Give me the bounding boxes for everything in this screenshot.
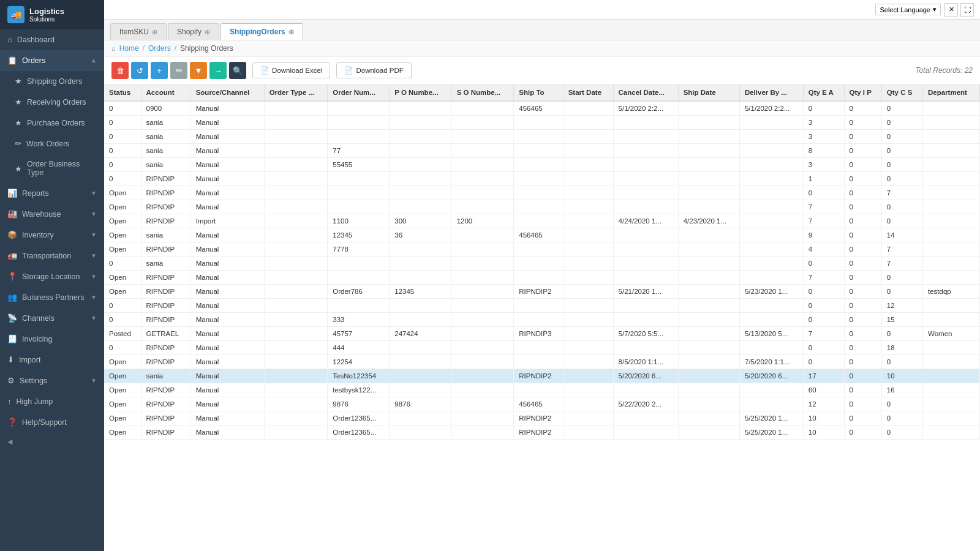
table-row[interactable]: 0saniaManual007 [104,257,980,271]
table-cell: 0 [104,116,141,130]
table-row[interactable]: OpenRIPNDIPImport110030012004/24/2020 1.… [104,214,980,228]
sidebar-item-reports[interactable]: 📊 Reports ▼ [0,183,104,204]
sidebar-item-help-support[interactable]: ❓ Help/Support [0,412,104,433]
col-ship-to[interactable]: Ship To [514,84,563,101]
table-row[interactable]: 0RIPNDIPManual0012 [104,299,980,313]
table-row[interactable]: OpenRIPNDIPManual987698764564655/22/2020… [104,397,980,411]
col-status[interactable]: Status [104,84,141,101]
table-row[interactable]: PostedGETRAELManual45757247424RIPNDIP35/… [104,327,980,341]
filter-button[interactable]: ▼ [190,62,207,79]
table-row[interactable]: OpenRIPNDIPManual7778407 [104,242,980,257]
table-row[interactable]: 0RIPNDIPManual100 [104,172,980,186]
business-partners-icon: 👥 [7,293,17,302]
tab-bar: ItemSKU ⊕ Shopify ⊕ ShippingOrders ⊕ [104,20,980,40]
storage-location-icon: 📍 [7,272,17,281]
sidebar-item-shipping-orders[interactable]: ★ Shipping Orders [0,71,104,92]
tab-shippingorders-close[interactable]: ⊕ [288,28,294,36]
content-area: ⌂ Home / Orders / Shipping Orders 🗑 ↺ + … [104,40,980,551]
table-cell [739,341,803,355]
sidebar-item-dashboard[interactable]: ⌂ Dashboard [0,29,104,50]
col-ship-date[interactable]: Ship Date [678,84,739,101]
table-row[interactable]: 0saniaManual300 [104,116,980,130]
tab-shippingorders-label: ShippingOrders [230,28,285,36]
table-row[interactable]: 0saniaManual300 [104,130,980,144]
delete-button[interactable]: 🗑 [111,62,129,79]
table-row[interactable]: OpenRIPNDIPManual122548/5/2020 1:1...7/5… [104,355,980,369]
sidebar-item-work-orders[interactable]: ✏ Work Orders [0,133,104,154]
topbar-restore-btn[interactable]: ⛶ [960,3,974,17]
sidebar-item-channels[interactable]: 📡 Channels ▼ [0,308,104,329]
add-button[interactable]: + [151,62,168,79]
col-deliver-by[interactable]: Deliver By ... [739,84,803,101]
table-cell [923,369,980,383]
col-order-num[interactable]: Order Num... [328,84,390,101]
table-cell [451,158,514,172]
table-cell [678,341,739,355]
table-row[interactable]: 00900Manual4564655/1/2020 2:2...5/1/2020… [104,101,980,116]
language-selector[interactable]: Select Language ▾ [875,4,941,15]
col-account[interactable]: Account [141,84,190,101]
tab-itemsku[interactable]: ItemSKU ⊕ [110,23,167,40]
sidebar-item-purchase-orders[interactable]: ★ Purchase Orders [0,113,104,133]
sidebar-item-settings[interactable]: ⚙ Settings ▼ [0,370,104,391]
col-qty-cs[interactable]: Qty C S [881,84,922,101]
sidebar-item-orders[interactable]: 📋 Orders ▲ [0,50,104,71]
col-qty-ip[interactable]: Qty I P [844,84,881,101]
sidebar-item-order-business-type[interactable]: ★ Order Business Type [0,154,104,183]
download-excel-button[interactable]: 📄 Download Excel [252,62,330,78]
col-source[interactable]: Source/Channel [190,84,264,101]
table-cell: RIPNDIP2 [514,369,563,383]
table-cell [678,101,739,116]
edit-button[interactable]: ✏ [170,62,187,79]
table-cell: RIPNDIP [141,200,190,214]
table-row[interactable]: OpenRIPNDIPManualOrder78612345RIPNDIP25/… [104,285,980,299]
table-row[interactable]: OpenRIPNDIPManual700 [104,200,980,214]
topbar-close-btn[interactable]: ✕ [944,3,958,17]
breadcrumb-home[interactable]: Home [119,44,139,53]
col-dept[interactable]: Department [923,84,980,101]
tab-shopify-label: Shopify [177,28,202,36]
table-row[interactable]: OpensaniaManualTesNo122354RIPNDIP25/20/2… [104,369,980,383]
sidebar-collapse-btn[interactable]: ◀ [0,433,104,451]
col-po-num[interactable]: P O Numbe... [390,84,451,101]
table-row[interactable]: OpenRIPNDIPManualtestbysk122...60016 [104,383,980,397]
col-start-date[interactable]: Start Date [563,84,613,101]
table-row[interactable]: 0RIPNDIPManual4440018 [104,341,980,355]
sidebar-item-transportation[interactable]: 🚛 Transportation ▼ [0,246,104,266]
table-row[interactable]: OpenRIPNDIPManualOrder12365...RIPNDIP25/… [104,425,980,440]
breadcrumb-orders[interactable]: Orders [148,44,171,53]
table-cell: 16 [881,383,922,397]
sidebar-item-inventory[interactable]: 📦 Inventory ▼ [0,225,104,246]
sidebar-item-invoicing[interactable]: 🧾 Invoicing [0,329,104,350]
table-row[interactable]: 0saniaManual55455300 [104,158,980,172]
table-row[interactable]: 0saniaManual77800 [104,144,980,158]
table-cell [678,144,739,158]
table-row[interactable]: OpenRIPNDIPManual007 [104,186,980,200]
sidebar-item-warehouse[interactable]: 🏭 Warehouse ▼ [0,204,104,225]
sidebar-item-import[interactable]: ⬇ Import [0,350,104,370]
table-body: 00900Manual4564655/1/2020 2:2...5/1/2020… [104,101,980,440]
table-row[interactable]: OpensaniaManual12345364564659014 [104,228,980,242]
refresh-button[interactable]: ↺ [131,62,148,79]
col-so-num[interactable]: S O Numbe... [451,84,514,101]
data-table-container[interactable]: Status Account Source/Channel Order Type… [104,84,980,551]
sidebar-item-storage-location[interactable]: 📍 Storage Location ▼ [0,266,104,287]
table-row[interactable]: 0RIPNDIPManual3330015 [104,313,980,327]
table-cell: 36 [390,228,451,242]
table-row[interactable]: OpenRIPNDIPManual700 [104,271,980,285]
col-order-type[interactable]: Order Type ... [264,84,328,101]
tab-shippingorders[interactable]: ShippingOrders ⊕ [221,23,303,40]
download-pdf-button[interactable]: 📄 Download PDF [336,62,411,78]
sidebar-item-business-partners[interactable]: 👥 Buisness Partners ▼ [0,287,104,308]
sidebar-item-high-jump[interactable]: ↑ High Jump [0,391,104,412]
app-subtitle: Solutions [29,16,64,23]
col-qty-ea[interactable]: Qty E A [803,84,844,101]
table-row[interactable]: OpenRIPNDIPManualOrder12365...RIPNDIP25/… [104,411,980,425]
sidebar-item-receiving-orders[interactable]: ★ Receiving Orders [0,92,104,113]
table-cell [613,200,678,214]
export-button[interactable]: → [209,62,227,79]
search-button[interactable]: 🔍 [229,62,246,79]
lang-label: Select Language [880,6,930,13]
tab-shopify[interactable]: Shopify ⊕ [168,23,219,40]
col-cancel-date[interactable]: Cancel Date... [613,84,678,101]
